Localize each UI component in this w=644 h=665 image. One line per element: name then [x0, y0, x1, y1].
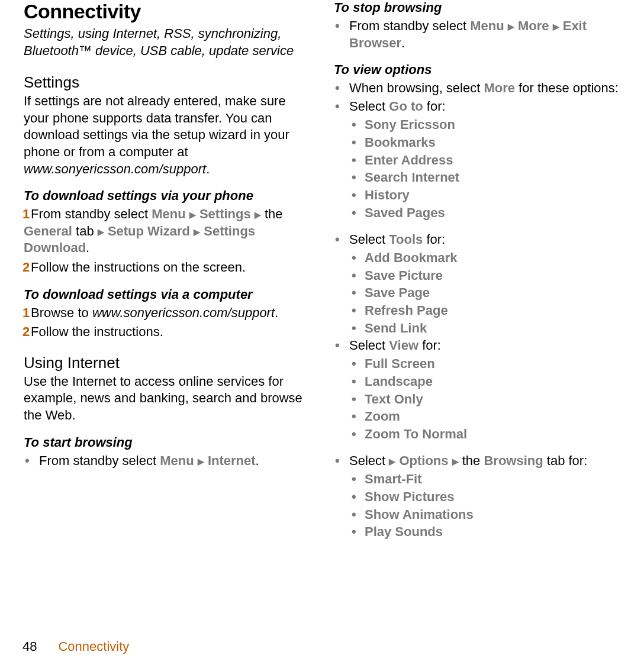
step-number: 1 — [22, 206, 31, 223]
text: the — [261, 206, 283, 221]
page-title: Connectivity — [24, 0, 310, 23]
text: . — [206, 162, 210, 176]
support-url: www.sonyericsson.com/support — [24, 162, 206, 176]
text: tab for: — [543, 453, 588, 468]
sub-bullet-item: Full Screen — [334, 355, 620, 373]
step-number: 2 — [22, 259, 31, 276]
sub-bullet-item: Sony Ericsson — [334, 116, 620, 134]
bullet-item: Select Go to for: — [334, 98, 620, 115]
sub-bullet-item: Save Page — [334, 284, 620, 302]
menu-path: Setup Wizard — [108, 224, 190, 238]
page-subtitle: Settings, using Internet, RSS, synchroni… — [24, 25, 310, 59]
text: tab — [72, 224, 98, 238]
menu-path: Menu — [470, 18, 504, 33]
page-footer: 48Connectivity — [22, 639, 129, 654]
menu-path: More — [484, 80, 515, 95]
text: From standby select — [39, 453, 160, 468]
text: Follow the instructions on the screen. — [31, 260, 246, 275]
start-browsing-heading: To start browsing — [24, 435, 310, 450]
menu-path: Menu — [152, 206, 185, 221]
sub-bullet-item: Smart-Fit — [334, 470, 620, 488]
menu-path: Options — [399, 453, 448, 468]
sub-bullet-item: Zoom To Normal — [334, 425, 620, 443]
arrow-icon: ▶ — [189, 210, 196, 219]
arrow-icon: ▶ — [198, 457, 204, 466]
sub-bullet-item: History — [334, 186, 620, 204]
sub-bullet-item: Text Only — [334, 390, 620, 408]
text: Select — [349, 99, 389, 114]
sub-bullet-item: Add Bookmark — [334, 249, 620, 267]
text: From standby select — [349, 18, 470, 33]
sub-bullet-item: Landscape — [334, 373, 620, 390]
menu-path: Menu — [160, 453, 194, 468]
menu-path: Settings — [199, 206, 251, 221]
arrow-icon: ▶ — [98, 227, 104, 237]
text: When browsing, select — [349, 80, 484, 95]
menu-path: View — [389, 338, 418, 353]
bullet-item: Select View for: — [334, 337, 620, 354]
support-url: www.sonyericsson.com/support — [92, 305, 275, 320]
using-internet-paragraph: Use the Internet to access online servic… — [24, 373, 310, 424]
arrow-icon: ▶ — [389, 457, 395, 466]
text: for these options: — [515, 80, 619, 95]
stop-browsing-heading: To stop browsing — [334, 0, 620, 15]
bullet-item: Select Tools for: — [334, 231, 620, 248]
bullet-item: When browsing, select More for these opt… — [334, 80, 620, 97]
text: . — [275, 305, 278, 320]
text: for: — [423, 99, 446, 114]
arrow-icon: ▶ — [452, 457, 459, 466]
sub-bullet-item: Saved Pages — [334, 204, 620, 222]
sub-bullet-item: Bookmarks — [334, 134, 620, 151]
sub-bullet-item: Refresh Page — [334, 302, 620, 319]
sub-bullet-item: Search Internet — [334, 169, 620, 186]
bullet-item: From standby select Menu ▶ More ▶ Exit B… — [334, 18, 620, 51]
bullet-item: From standby select Menu ▶ Internet. — [24, 453, 310, 470]
arrow-icon: ▶ — [255, 210, 261, 219]
using-internet-heading: Using Internet — [24, 354, 310, 372]
sub-bullet-item: Show Pictures — [334, 488, 620, 506]
step-2: 2Follow the instructions on the screen. — [24, 259, 310, 276]
settings-paragraph: If settings are not already entered, mak… — [24, 93, 310, 177]
text: for: — [418, 338, 441, 353]
sub-bullet-item: Save Picture — [334, 267, 620, 285]
step-number: 2 — [22, 324, 31, 341]
text: Follow the instructions. — [31, 324, 163, 339]
bullet-item: Select ▶ Options ▶ the Browsing tab for: — [334, 453, 620, 470]
text: Browse to — [31, 305, 92, 320]
section-name: Connectivity — [58, 639, 129, 654]
menu-path: Go to — [389, 99, 423, 114]
sub-bullet-item: Show Animations — [334, 506, 620, 524]
download-computer-heading: To download settings via a computer — [24, 287, 310, 302]
menu-path: More — [518, 18, 549, 33]
text: . — [86, 240, 89, 255]
text: . — [256, 453, 259, 468]
text: Select — [349, 232, 389, 247]
sub-bullet-item: Play Sounds — [334, 523, 620, 541]
page-number: 48 — [22, 639, 37, 654]
step-1: 1From standby select Menu ▶ Settings ▶ t… — [24, 206, 310, 257]
arrow-icon: ▶ — [553, 22, 559, 31]
sub-bullet-item: Send Link — [334, 319, 620, 337]
menu-path: General — [24, 224, 72, 238]
text: If settings are not already entered, mak… — [24, 93, 289, 159]
menu-path: Internet — [208, 453, 256, 468]
menu-path: Browsing — [484, 453, 543, 468]
menu-path: Tools — [389, 232, 423, 247]
text: . — [401, 35, 405, 50]
arrow-icon: ▶ — [508, 22, 514, 31]
download-phone-heading: To download settings via your phone — [24, 188, 310, 204]
text: Select — [349, 453, 389, 468]
settings-heading: Settings — [24, 73, 310, 92]
arrow-icon: ▶ — [194, 227, 200, 237]
sub-bullet-item: Enter Address — [334, 151, 620, 169]
text: for: — [423, 232, 445, 247]
step-1: 1Browse to www.sonyericsson.com/support. — [24, 305, 310, 322]
view-options-heading: To view options — [334, 62, 620, 78]
step-number: 1 — [22, 305, 31, 322]
text: the — [459, 453, 484, 468]
text: From standby select — [31, 206, 152, 221]
text: Select — [349, 338, 389, 353]
step-2: 2Follow the instructions. — [24, 324, 310, 341]
sub-bullet-item: Zoom — [334, 408, 620, 425]
